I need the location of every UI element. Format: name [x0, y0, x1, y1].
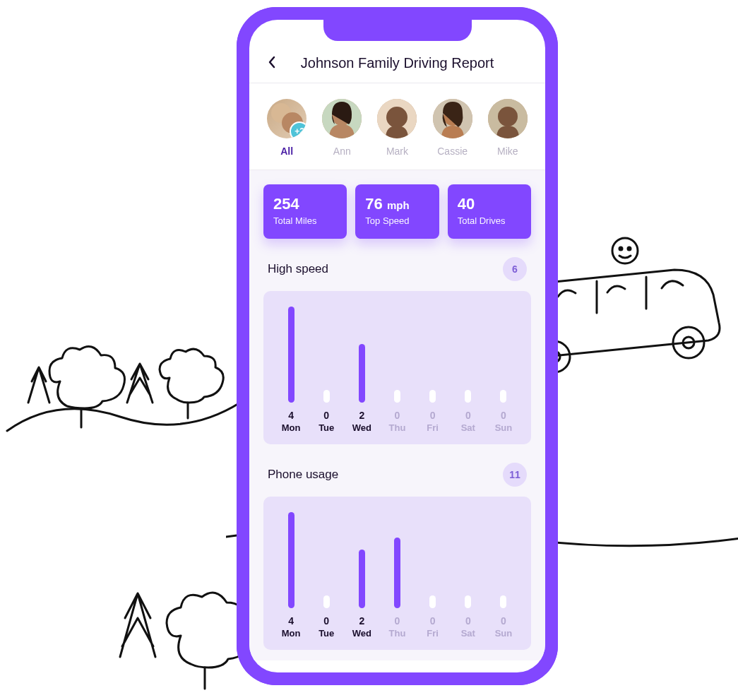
svg-point-12 [386, 107, 407, 128]
bar-value: 4 [273, 410, 309, 421]
stat-value: 40 [458, 195, 475, 213]
bar-col-mon: 4Mon [273, 307, 309, 433]
bar-col-tue: 0Tue [309, 307, 344, 433]
member-cassie[interactable]: Cassie [433, 99, 472, 157]
bar-col-tue: 0Tue [309, 512, 344, 639]
phone-screen: Johnson Family Driving Report +2 All Ann [249, 20, 545, 672]
bar-col-fri: 0Fri [415, 307, 451, 433]
bar-day: Thu [379, 628, 415, 639]
bar [429, 390, 436, 403]
bar [288, 307, 294, 403]
avatar [322, 99, 362, 138]
member-label: All [267, 146, 306, 157]
stat-unit: mph [387, 199, 410, 211]
bar-col-sun: 0Sun [486, 512, 521, 639]
section-head-high-speed: High speed 6 [263, 257, 531, 291]
bar-day: Wed [344, 628, 379, 639]
stat-label: Total Drives [458, 215, 521, 226]
bar-value: 0 [486, 410, 521, 421]
svg-point-1 [619, 247, 622, 250]
bar-day: Sat [451, 422, 486, 433]
bar-col-thu: 0Thu [379, 512, 415, 639]
avatar [488, 99, 528, 138]
bar-value: 0 [379, 410, 415, 421]
member-label: Cassie [433, 146, 472, 157]
stat-value: 76 [365, 195, 382, 213]
bar-day: Fri [415, 422, 451, 433]
bar [500, 390, 506, 403]
svg-point-0 [612, 238, 638, 263]
stat-cards: 254 Total Miles 76 mph Top Speed 40 Tota… [263, 184, 531, 239]
bar [359, 550, 365, 608]
avatar-all: +2 [267, 99, 306, 138]
bar-day: Fri [415, 628, 451, 639]
bar-day: Mon [273, 628, 309, 639]
bar-value: 0 [486, 615, 521, 627]
bar-col-fri: 0Fri [415, 512, 451, 639]
bar-value: 2 [344, 410, 379, 421]
back-button[interactable] [262, 56, 280, 71]
bar [359, 344, 365, 403]
member-selector: +2 All Ann Mark Cassie [249, 83, 545, 170]
svg-point-16 [498, 107, 518, 126]
phone-frame: Johnson Family Driving Report +2 All Ann [237, 7, 558, 685]
phone-notch [323, 20, 472, 41]
member-ann[interactable]: Ann [322, 99, 362, 157]
bar-value: 0 [379, 615, 415, 627]
stat-top-speed[interactable]: 76 mph Top Speed [355, 184, 439, 239]
stat-label: Top Speed [365, 215, 429, 226]
bar [323, 595, 330, 608]
stat-total-miles[interactable]: 254 Total Miles [263, 184, 347, 239]
bar [394, 538, 400, 608]
bar-value: 0 [309, 410, 344, 421]
stat-total-drives[interactable]: 40 Total Drives [448, 184, 531, 239]
bar-day: Sun [486, 628, 521, 639]
member-label: Mark [377, 146, 417, 157]
section-title: Phone usage [268, 468, 338, 482]
avatar [433, 99, 472, 138]
trees-doodle [0, 297, 240, 452]
bar-col-mon: 4Mon [273, 512, 309, 639]
member-all[interactable]: +2 All [267, 99, 306, 157]
bar-day: Wed [344, 422, 379, 433]
high-speed-chart: 4Mon0Tue2Wed0Thu0Fri0Sat0Sun [263, 291, 531, 444]
bar-col-sat: 0Sat [451, 307, 486, 433]
chevron-left-icon [268, 56, 275, 69]
bar-col-sat: 0Sat [451, 512, 486, 639]
svg-point-2 [628, 247, 631, 250]
bar [394, 390, 400, 403]
bar [429, 595, 436, 608]
bar-day: Mon [273, 422, 309, 433]
bar [465, 595, 471, 608]
bar-day: Tue [309, 422, 344, 433]
bar-value: 2 [344, 615, 379, 627]
bar-col-wed: 2Wed [344, 307, 379, 433]
page-title: Johnson Family Driving Report [280, 55, 532, 71]
bar [465, 390, 471, 403]
phone-usage-chart: 4Mon0Tue2Wed0Thu0Fri0Sat0Sun [263, 497, 531, 650]
member-mark[interactable]: Mark [377, 99, 417, 157]
bar-day: Sun [486, 422, 521, 433]
member-label: Mike [488, 146, 528, 157]
bar [323, 390, 330, 403]
member-mike[interactable]: Mike [488, 99, 528, 157]
bar-day: Tue [309, 628, 344, 639]
bar-col-thu: 0Thu [379, 307, 415, 433]
section-badge: 6 [503, 257, 527, 281]
bar-value: 0 [451, 615, 486, 627]
bar [288, 512, 294, 608]
bar [500, 595, 506, 608]
bar-day: Thu [379, 422, 415, 433]
bar-day: Sat [451, 628, 486, 639]
bar-col-wed: 2Wed [344, 512, 379, 639]
avatar-count-badge: +2 [290, 121, 306, 138]
bar-value: 0 [309, 615, 344, 627]
section-title: High speed [268, 262, 328, 276]
stat-value: 254 [273, 195, 299, 213]
avatar [377, 99, 417, 138]
section-head-phone-usage: Phone usage 11 [263, 463, 531, 497]
stat-label: Total Miles [273, 215, 337, 226]
bar-value: 0 [415, 615, 451, 627]
bar-value: 0 [415, 410, 451, 421]
bar-col-sun: 0Sun [486, 307, 521, 433]
